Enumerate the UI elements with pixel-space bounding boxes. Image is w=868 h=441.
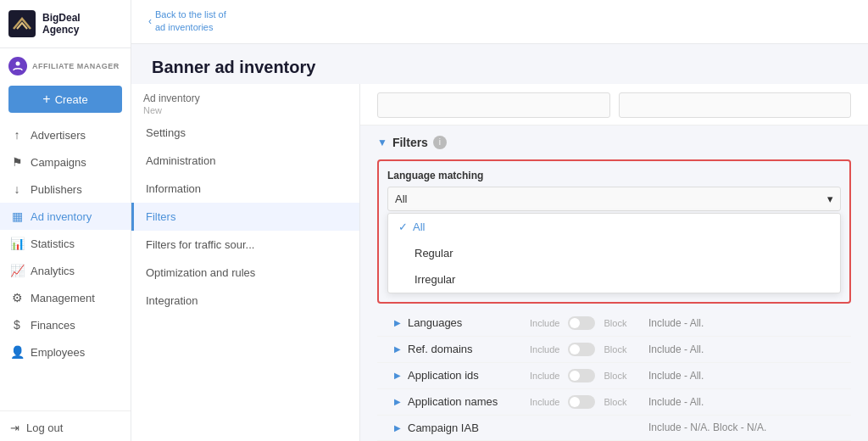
- filter-row-ref-domains: ▶ Ref. domains Include Block Include - A…: [377, 337, 851, 363]
- affiliate-section: AFFILIATE MANAGER: [0, 48, 131, 81]
- create-button[interactable]: + Create: [8, 86, 122, 113]
- create-label: Create: [55, 93, 88, 106]
- expand-arrow-icon[interactable]: ▶: [394, 318, 401, 327]
- logo-area: BigDeal Agency: [0, 0, 131, 48]
- expand-arrow-icon[interactable]: ▶: [394, 371, 401, 380]
- filters-info-icon[interactable]: i: [433, 136, 447, 149]
- section-nav-integration[interactable]: Integration: [131, 287, 359, 315]
- back-link[interactable]: ‹ Back to the list ofad inventories: [148, 0, 226, 43]
- section-nav: Settings Administration Information Filt…: [131, 119, 359, 315]
- language-matching-box: Language matching All ▾ ✓ All Regular: [377, 159, 851, 304]
- option-irregular[interactable]: Irregular: [388, 266, 840, 293]
- affiliate-icon: [8, 57, 27, 75]
- page-header: Banner ad inventory: [131, 44, 868, 84]
- filter-value-languages: Include - All.: [648, 317, 834, 329]
- include-label: Include: [530, 371, 559, 381]
- expand-arrow-icon[interactable]: ▶: [394, 397, 401, 406]
- back-text: Back to the list ofad inventories: [155, 8, 226, 35]
- filters-collapse-icon[interactable]: ▼: [377, 137, 387, 148]
- sidebar: BigDeal Agency AFFILIATE MANAGER + Creat…: [0, 0, 131, 441]
- statistics-icon: 📊: [10, 237, 24, 250]
- left-panel: Ad inventory New Settings Administration…: [131, 84, 360, 441]
- advertisers-icon: ↑: [10, 128, 24, 142]
- filter-middle-ref-domains: Include Block: [530, 343, 648, 356]
- nav-divider: [0, 410, 131, 411]
- sidebar-item-ad-inventory[interactable]: ▦ Ad inventory: [0, 203, 131, 230]
- include-label: Include: [530, 344, 559, 354]
- language-matching-select[interactable]: All ▾: [387, 187, 841, 211]
- filter-middle-languages: Include Block: [530, 316, 648, 330]
- filter-row-campaign-iab: ▶ Campaign IAB Include - N/A. Block - N/…: [377, 416, 851, 441]
- filter-row-application-names: ▶ Application names Include Block Includ…: [377, 389, 851, 416]
- sub-nav: ‹ Back to the list ofad inventories: [131, 0, 868, 44]
- section-nav-filters[interactable]: Filters: [131, 203, 359, 231]
- nav-items: ↑ Advertisers ⚑ Campaigns ↓ Publishers ▦…: [0, 121, 131, 407]
- option-regular[interactable]: Regular: [388, 240, 840, 266]
- block-label: Block: [604, 371, 626, 381]
- block-label: Block: [604, 397, 626, 407]
- sidebar-item-management[interactable]: ⚙ Management: [0, 284, 131, 311]
- employees-icon: 👤: [10, 345, 24, 359]
- include-toggle-app-names[interactable]: [568, 395, 595, 409]
- section-nav-administration[interactable]: Administration: [131, 147, 359, 175]
- filter-value-application-ids: Include - All.: [648, 370, 834, 382]
- filter-value-ref-domains: Include - All.: [648, 343, 834, 355]
- ad-inventory-icon: ▦: [10, 209, 24, 223]
- filter-name-languages: ▶ Languages: [394, 316, 530, 329]
- filters-header: ▼ Filters i: [377, 136, 851, 149]
- sidebar-item-employees[interactable]: 👤 Employees: [0, 338, 131, 366]
- filter-name-campaign-iab: ▶ Campaign IAB: [394, 421, 530, 434]
- section-nav-information[interactable]: Information: [131, 175, 359, 203]
- select-chevron-icon: ▾: [827, 193, 833, 205]
- block-label: Block: [604, 344, 626, 354]
- filters-section: ▼ Filters i Language matching All ▾ ✓ Al…: [360, 126, 868, 441]
- section-nav-filters-traffic[interactable]: Filters for traffic sour...: [131, 231, 359, 259]
- include-label: Include: [530, 397, 559, 407]
- sidebar-item-statistics[interactable]: 📊 Statistics: [0, 230, 131, 257]
- sidebar-item-analytics[interactable]: 📈 Analytics: [0, 257, 131, 284]
- filters-title: Filters: [392, 136, 428, 149]
- include-toggle-app-ids[interactable]: [568, 369, 595, 382]
- two-col-layout: Ad inventory New Settings Administration…: [131, 84, 868, 441]
- right-panel: ▼ Filters i Language matching All ▾ ✓ Al…: [360, 84, 868, 441]
- svg-point-1: [16, 62, 20, 66]
- filters-table: ▶ Languages Include Block Include - All.: [377, 310, 851, 441]
- check-icon: ✓: [398, 220, 408, 233]
- expand-arrow-icon[interactable]: ▶: [394, 344, 401, 354]
- section-nav-settings[interactable]: Settings: [131, 119, 359, 147]
- campaigns-icon: ⚑: [10, 155, 24, 169]
- filter-name-application-names: ▶ Application names: [394, 395, 530, 408]
- left-header: Ad inventory New: [131, 84, 359, 119]
- main-area: ‹ Back to the list ofad inventories Bann…: [131, 0, 868, 441]
- block-label: Block: [604, 318, 626, 328]
- logo-text: BigDeal Agency: [42, 12, 81, 36]
- section-nav-optimization[interactable]: Optimization and rules: [131, 259, 359, 287]
- sidebar-item-publishers[interactable]: ↓ Publishers: [0, 176, 131, 203]
- filter-row-languages: ▶ Languages Include Block Include - All.: [377, 310, 851, 337]
- management-icon: ⚙: [10, 291, 24, 304]
- logo-icon: [8, 10, 36, 37]
- filter-middle-application-ids: Include Block: [530, 369, 648, 382]
- filter-value-application-names: Include - All.: [648, 396, 834, 408]
- filter-name-application-ids: ▶ Application ids: [394, 369, 530, 382]
- sidebar-item-campaigns[interactable]: ⚑ Campaigns: [0, 148, 131, 176]
- filter-middle-application-names: Include Block: [530, 395, 648, 409]
- plus-icon: +: [42, 92, 50, 107]
- language-matching-dropdown: ✓ All Regular Irregular: [387, 213, 841, 293]
- publishers-icon: ↓: [10, 182, 24, 196]
- page-title: Banner ad inventory: [152, 58, 315, 77]
- finances-icon: $: [10, 318, 24, 332]
- logout-button[interactable]: ⇥ Log out: [0, 415, 131, 441]
- back-arrow-icon: ‹: [148, 15, 152, 27]
- filter-value-campaign-iab: Include - N/A. Block - N/A.: [648, 421, 834, 433]
- option-all[interactable]: ✓ All: [388, 214, 840, 240]
- analytics-icon: 📈: [10, 264, 24, 277]
- include-toggle-languages[interactable]: [568, 316, 595, 330]
- expand-arrow-icon[interactable]: ▶: [394, 423, 401, 433]
- filter-name-ref-domains: ▶ Ref. domains: [394, 343, 530, 355]
- language-matching-label: Language matching: [387, 170, 841, 181]
- include-toggle-ref-domains[interactable]: [568, 343, 595, 356]
- sidebar-item-advertisers[interactable]: ↑ Advertisers: [0, 121, 131, 148]
- include-label: Include: [530, 318, 559, 328]
- sidebar-item-finances[interactable]: $ Finances: [0, 311, 131, 338]
